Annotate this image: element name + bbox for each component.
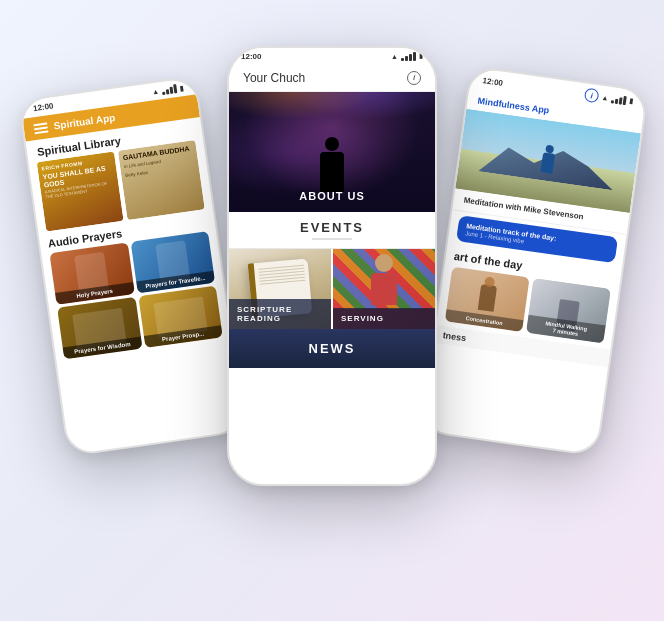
services-grid: Scripture reading Serving	[229, 249, 435, 329]
info-icon-right[interactable]: i	[584, 87, 600, 103]
book-erich-content: ERICH FROMM YOU SHALL BE AS GODS A RADIC…	[37, 151, 124, 231]
about-us-label: About us	[299, 190, 364, 202]
service-scripture[interactable]: Scripture reading	[229, 249, 331, 329]
phone-right: 12:00 i ▲ ▮ Mindfulness App	[419, 65, 649, 456]
center-header: Your Chuch i	[229, 65, 435, 92]
art-thumb-walking[interactable]: Mindful Walking 7 minutes	[526, 278, 611, 343]
bar2	[405, 56, 408, 61]
phone-center: 12:00 ▲ ▮ Your Chuch i	[227, 46, 437, 486]
center-battery-icon: ▮	[419, 52, 423, 60]
service-serving[interactable]: Serving	[333, 249, 435, 329]
left-screen: 12:00 ▲ ▮ Spiritual App	[20, 77, 244, 454]
serving-person	[371, 254, 397, 305]
left-status-icons: ▲ ▮	[151, 83, 184, 96]
book-erich[interactable]: ERICH FROMM YOU SHALL BE AS GODS A RADIC…	[37, 151, 124, 231]
bar1	[611, 99, 614, 102]
right-wifi-icon: ▲	[601, 93, 609, 101]
prayer-grid: Holy Prayers Prayers for Travelle... Pra…	[49, 231, 222, 359]
wifi-icon: ▲	[152, 87, 160, 95]
serving-overlay: Serving	[333, 308, 435, 329]
bar4	[173, 84, 177, 93]
news-banner[interactable]: News	[229, 329, 435, 368]
right-battery-icon: ▮	[629, 96, 634, 104]
prayer-item-1[interactable]: Holy Prayers	[49, 242, 134, 304]
info-icon[interactable]: i	[407, 71, 421, 85]
sp-head	[375, 254, 393, 272]
right-status-icons: i ▲ ▮	[584, 87, 634, 108]
bar4	[623, 95, 627, 104]
events-label: Events	[237, 220, 427, 235]
art-thumb-concentration[interactable]: Concentration	[445, 266, 530, 331]
person-body	[320, 152, 344, 192]
right-signal-bars	[611, 93, 627, 104]
bar3	[409, 54, 412, 61]
center-status-bar: 12:00 ▲ ▮	[229, 48, 435, 65]
scripture-label: Scripture reading	[237, 305, 323, 323]
hamburger-icon[interactable]	[33, 121, 48, 133]
bar4	[413, 52, 416, 61]
signal-bars	[161, 84, 177, 95]
book-gautama[interactable]: Gautama Buddha in Life and Legend Betty …	[118, 139, 205, 219]
battery-icon: ▮	[179, 83, 184, 91]
events-underline	[312, 238, 352, 240]
about-us-section[interactable]: About us	[229, 92, 435, 212]
phones-container: 12:00 ▲ ▮ Spiritual App	[12, 16, 652, 606]
prayer-item-3[interactable]: Prayers for Wisdom	[57, 296, 142, 358]
audio-prayers-section: Audio Prayers Holy Prayers Prayers for T…	[38, 208, 231, 364]
news-label: News	[241, 341, 423, 356]
left-time: 12:00	[33, 101, 55, 113]
prayer-item-2[interactable]: Prayers for Travelle...	[130, 231, 215, 293]
person-head	[325, 137, 339, 151]
right-screen: 12:00 i ▲ ▮ Mindfulness App	[421, 67, 646, 454]
scripture-overlay: Scripture reading	[229, 299, 331, 329]
center-status-icons: ▲ ▮	[391, 52, 423, 61]
sp-body	[371, 273, 397, 305]
center-wifi-icon: ▲	[391, 53, 398, 60]
prayer-item-4[interactable]: Prayer Prosp...	[138, 285, 223, 347]
center-screen: 12:00 ▲ ▮ Your Chuch i	[229, 48, 435, 484]
left-app-title: Spiritual App	[53, 111, 116, 131]
serving-label: Serving	[341, 314, 427, 323]
church-name: Your Chuch	[243, 71, 305, 85]
art-person-body	[478, 283, 497, 311]
right-time: 12:00	[482, 75, 504, 87]
center-signal-bars	[401, 52, 416, 61]
person-silhouette	[317, 137, 347, 192]
phone-left: 12:00 ▲ ▮ Spiritual App	[18, 75, 246, 457]
bar1	[401, 58, 404, 61]
book-gautama-content: Gautama Buddha in Life and Legend Betty …	[118, 139, 205, 219]
bar1	[162, 91, 165, 94]
bible-lines	[258, 265, 305, 285]
center-time: 12:00	[241, 52, 261, 61]
events-divider: Events	[229, 212, 435, 249]
